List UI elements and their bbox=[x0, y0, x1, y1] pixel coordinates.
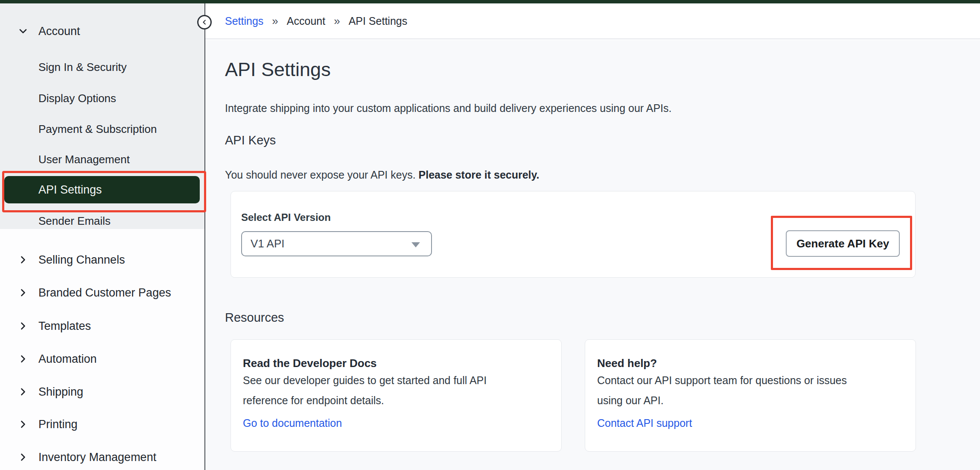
chevron-left-icon bbox=[201, 18, 208, 26]
resources-heading: Resources bbox=[225, 310, 284, 325]
chevron-down-icon bbox=[18, 26, 28, 36]
sidebar-item-label: Display Options bbox=[38, 92, 116, 105]
sidebar-collapse-button[interactable] bbox=[197, 15, 212, 29]
card-body-line: Contact our API support team for questio… bbox=[597, 370, 904, 391]
sidebar-group-label: Branded Customer Pages bbox=[38, 286, 171, 300]
sidebar-group-label: Templates bbox=[38, 320, 91, 333]
settings-sidebar: Account Sign In & Security Display Optio… bbox=[0, 3, 204, 470]
sidebar-group-automation[interactable]: Automation bbox=[0, 350, 204, 368]
breadcrumb-settings-link[interactable]: Settings bbox=[225, 15, 263, 27]
breadcrumb-api-settings: API Settings bbox=[349, 15, 408, 27]
sidebar-group-selling-channels[interactable]: Selling Channels bbox=[0, 250, 204, 269]
breadcrumb-account: Account bbox=[287, 15, 325, 27]
api-version-selected-value: V1 API bbox=[251, 237, 285, 250]
sidebar-group-label: Inventory Management bbox=[38, 451, 156, 464]
card-title: Need help? bbox=[597, 356, 904, 370]
card-title: Read the Developer Docs bbox=[243, 356, 549, 370]
page-title: API Settings bbox=[225, 58, 331, 81]
chevron-right-icon bbox=[18, 419, 28, 429]
sidebar-item-label: API Settings bbox=[38, 183, 102, 197]
generate-api-key-button[interactable]: Generate API Key bbox=[786, 230, 900, 257]
contact-api-support-link[interactable]: Contact API support bbox=[597, 417, 692, 429]
sidebar-group-label: Printing bbox=[38, 418, 78, 431]
sidebar-item-payment-subscription[interactable]: Payment & Subscription bbox=[0, 120, 204, 138]
api-keys-warning: You should never expose your API keys. P… bbox=[225, 169, 540, 181]
top-brand-bar bbox=[0, 0, 980, 3]
api-settings-page: Account Sign In & Security Display Optio… bbox=[0, 0, 980, 470]
sidebar-group-templates[interactable]: Templates bbox=[0, 317, 204, 335]
chevron-right-icon bbox=[18, 288, 28, 298]
sidebar-group-account[interactable]: Account bbox=[0, 22, 204, 41]
page-description: Integrate shipping into your custom appl… bbox=[225, 102, 671, 115]
breadcrumb: Settings » Account » API Settings bbox=[205, 3, 980, 39]
sidebar-item-display-options[interactable]: Display Options bbox=[0, 89, 204, 108]
developer-docs-card: Read the Developer Docs See our develope… bbox=[230, 339, 562, 452]
sidebar-item-label: Payment & Subscription bbox=[38, 123, 157, 136]
sidebar-item-api-settings-selected[interactable]: API Settings bbox=[4, 176, 200, 203]
api-version-card: Select API Version V1 API Generate API K… bbox=[230, 191, 916, 278]
breadcrumb-separator: » bbox=[334, 15, 340, 28]
api-keys-heading: API Keys bbox=[225, 133, 276, 147]
sidebar-item-label: User Management bbox=[38, 153, 130, 166]
warning-text: You should never expose your API keys. bbox=[225, 169, 419, 181]
sidebar-group-label: Automation bbox=[38, 352, 97, 366]
sidebar-item-sender-emails[interactable]: Sender Emails bbox=[0, 212, 204, 230]
sidebar-item-label: Sign In & Security bbox=[38, 61, 127, 74]
card-body-line: using our API. bbox=[597, 391, 904, 411]
sidebar-group-branded-customer-pages[interactable]: Branded Customer Pages bbox=[0, 283, 204, 302]
breadcrumb-separator: » bbox=[272, 15, 278, 28]
sidebar-group-printing[interactable]: Printing bbox=[0, 415, 204, 434]
api-version-select[interactable]: V1 API bbox=[241, 231, 432, 256]
sidebar-group-label: Selling Channels bbox=[38, 253, 125, 267]
select-api-version-label: Select API Version bbox=[241, 212, 331, 223]
card-body-line: See our developer guides to get started … bbox=[243, 370, 549, 391]
sidebar-group-label: Account bbox=[38, 25, 80, 38]
sidebar-item-user-management[interactable]: User Management bbox=[0, 150, 204, 169]
chevron-right-icon bbox=[18, 387, 28, 397]
caret-down-icon bbox=[411, 242, 420, 247]
card-body-line: reference for endpoint details. bbox=[243, 391, 549, 411]
warning-text-bold: Please store it securely. bbox=[419, 169, 540, 181]
chevron-right-icon bbox=[18, 354, 28, 364]
sidebar-group-label: Shipping bbox=[38, 385, 83, 399]
sidebar-item-label: Sender Emails bbox=[38, 214, 111, 228]
need-help-card: Need help? Contact our API support team … bbox=[585, 339, 916, 452]
go-to-documentation-link[interactable]: Go to documentation bbox=[243, 417, 342, 429]
sidebar-group-inventory-management[interactable]: Inventory Management bbox=[0, 448, 204, 467]
sidebar-item-sign-in-security[interactable]: Sign In & Security bbox=[0, 58, 204, 76]
sidebar-group-shipping[interactable]: Shipping bbox=[0, 382, 204, 401]
chevron-right-icon bbox=[18, 255, 28, 265]
chevron-right-icon bbox=[18, 321, 28, 331]
chevron-right-icon bbox=[18, 452, 28, 462]
